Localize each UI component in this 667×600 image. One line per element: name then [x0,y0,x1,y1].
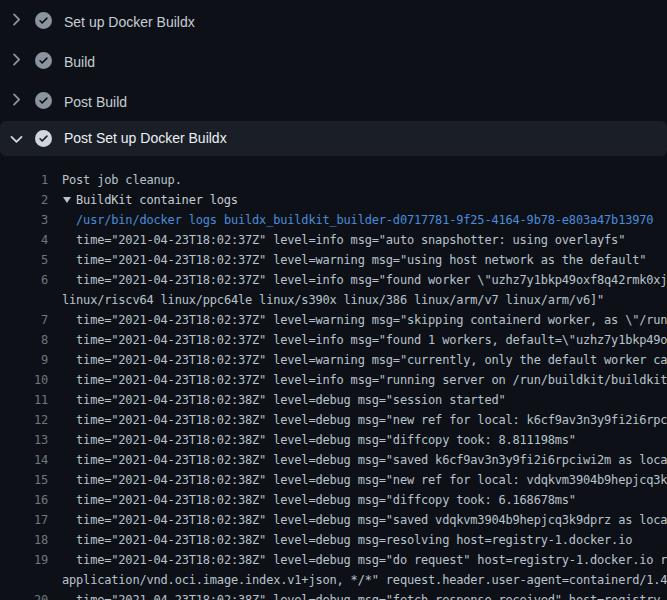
triangle-down-icon [63,197,71,203]
log-group-toggle[interactable]: BuildKit container logs [62,190,238,210]
check-circle-icon [35,92,52,109]
log-text: time="2021-04-23T18:02:38Z" level=debug … [62,590,667,600]
check-circle-icon [35,130,52,147]
log-row-18: 18 time="2021-04-23T18:02:38Z" level=deb… [0,530,667,550]
line-number[interactable]: 14 [0,450,48,470]
line-number[interactable]: 20 [0,590,48,600]
log-text: time="2021-04-23T18:02:38Z" level=debug … [62,390,506,410]
log-row-continuation: application/vnd.oci.image.index.v1+json,… [0,570,667,590]
step-label: Post Build [64,82,127,122]
log-row-7: 7 time="2021-04-23T18:02:37Z" level=warn… [0,310,667,330]
log-text: time="2021-04-23T18:02:37Z" level=info m… [62,230,625,250]
actions-log-viewer: { "theme": { "page_bg": "#0d1117", "expa… [0,0,667,600]
log-text: linux/riscv64 linux/ppc64le linux/s390x … [62,290,604,310]
step-label: Build [64,42,95,82]
line-number[interactable]: 12 [0,410,48,430]
log-row-20: 20 time="2021-04-23T18:02:38Z" level=deb… [0,590,667,600]
line-number[interactable]: 7 [0,310,48,330]
log-row-13: 13 time="2021-04-23T18:02:38Z" level=deb… [0,430,667,450]
line-number [0,290,48,310]
chevron-right-icon [6,50,25,69]
log-row-10: 10 time="2021-04-23T18:02:37Z" level=inf… [0,370,667,390]
line-number[interactable]: 3 [0,210,48,230]
line-number[interactable]: 17 [0,510,48,530]
log-row-5: 5 time="2021-04-23T18:02:37Z" level=warn… [0,250,667,270]
line-number[interactable]: 16 [0,490,48,510]
log-text: time="2021-04-23T18:02:37Z" level=warnin… [62,310,667,330]
log-row-16: 16 time="2021-04-23T18:02:38Z" level=deb… [0,490,667,510]
log-text: Post job cleanup. [62,170,182,190]
log-text: time="2021-04-23T18:02:37Z" level=info m… [62,370,667,390]
log-text: time="2021-04-23T18:02:37Z" level=warnin… [62,350,667,370]
line-number[interactable]: 19 [0,550,48,570]
log-list: 1Post job cleanup.2BuildKit container lo… [0,156,667,600]
expanded-step-section: Post Set up Docker Buildx 1Post job clea… [0,121,667,600]
step-row-post-build[interactable]: Post Build [0,80,667,120]
log-text: time="2021-04-23T18:02:38Z" level=debug … [62,450,667,470]
log-text: time="2021-04-23T18:02:38Z" level=debug … [62,530,632,550]
line-number[interactable]: 2 [0,190,48,210]
chevron-right-icon [6,90,25,109]
step-row-set-up-docker-buildx[interactable]: Set up Docker Buildx [0,0,667,40]
line-number[interactable]: 18 [0,530,48,550]
log-text: time="2021-04-23T18:02:38Z" level=debug … [62,550,667,570]
line-number[interactable]: 8 [0,330,48,350]
step-row-build[interactable]: Build [0,40,667,80]
log-text: time="2021-04-23T18:02:38Z" level=debug … [62,470,667,490]
log-row-11: 11 time="2021-04-23T18:02:38Z" level=deb… [0,390,667,410]
log-row-14: 14 time="2021-04-23T18:02:38Z" level=deb… [0,450,667,470]
line-number[interactable]: 1 [0,170,48,190]
log-text: application/vnd.oci.image.index.v1+json,… [62,570,667,590]
check-circle-icon [35,52,52,69]
line-number [0,570,48,590]
log-row-3: 3 /usr/bin/docker logs buildx_buildkit_b… [0,210,667,230]
log-row-17: 17 time="2021-04-23T18:02:38Z" level=deb… [0,510,667,530]
log-row-continuation: linux/riscv64 linux/ppc64le linux/s390x … [0,290,667,310]
step-label: Post Set up Docker Buildx [64,121,227,155]
chevron-right-icon [6,10,25,29]
log-row-19: 19 time="2021-04-23T18:02:38Z" level=deb… [0,550,667,570]
line-number[interactable]: 9 [0,350,48,370]
log-row-4: 4 time="2021-04-23T18:02:37Z" level=info… [0,230,667,250]
line-number[interactable]: 11 [0,390,48,410]
step-label: Set up Docker Buildx [64,2,195,42]
steps-list: Set up Docker BuildxBuildPost Build [0,0,667,120]
step-row-expanded[interactable]: Post Set up Docker Buildx [0,121,667,156]
log-command-text: /usr/bin/docker logs buildx_buildkit_bui… [62,210,653,230]
log-text: time="2021-04-23T18:02:37Z" level=info m… [62,330,667,350]
line-number[interactable]: 5 [0,250,48,270]
line-number[interactable]: 13 [0,430,48,450]
log-row-9: 9 time="2021-04-23T18:02:37Z" level=warn… [0,350,667,370]
log-row-15: 15 time="2021-04-23T18:02:38Z" level=deb… [0,470,667,490]
line-number[interactable]: 4 [0,230,48,250]
line-number[interactable]: 10 [0,370,48,390]
check-circle-icon [35,12,52,29]
log-row-8: 8 time="2021-04-23T18:02:37Z" level=info… [0,330,667,350]
log-row-2: 2BuildKit container logs [0,190,667,210]
log-row-12: 12 time="2021-04-23T18:02:38Z" level=deb… [0,410,667,430]
line-number[interactable]: 6 [0,270,48,290]
chevron-down-icon [7,130,26,149]
log-text: time="2021-04-23T18:02:38Z" level=debug … [62,510,667,530]
log-text: time="2021-04-23T18:02:38Z" level=debug … [62,410,667,430]
log-row-6: 6 time="2021-04-23T18:02:37Z" level=info… [0,270,667,290]
log-text: time="2021-04-23T18:02:38Z" level=debug … [62,490,576,510]
log-text: time="2021-04-23T18:02:38Z" level=debug … [62,430,576,450]
log-text: time="2021-04-23T18:02:37Z" level=info m… [62,270,667,290]
line-number[interactable]: 15 [0,470,48,490]
log-row-1: 1Post job cleanup. [0,170,667,190]
log-text: time="2021-04-23T18:02:37Z" level=warnin… [62,250,646,270]
